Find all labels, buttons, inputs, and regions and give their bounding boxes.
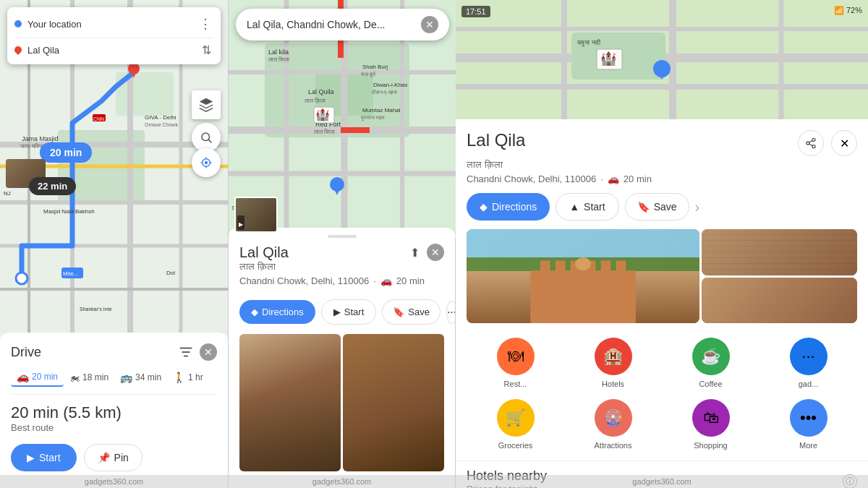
pin-button[interactable]: 📌 Pin xyxy=(84,444,142,471)
route-sub-label: Best route xyxy=(11,422,217,433)
place-name-3: Lal Qila xyxy=(467,130,525,150)
destination-dot xyxy=(14,46,22,53)
directions-button-2[interactable]: ◆ Directions xyxy=(239,300,315,324)
groceries-label: Groceries xyxy=(498,441,533,450)
svg-text:यमुना नदी: यमुना नदी xyxy=(576,39,601,47)
coffee-label: Coffee xyxy=(699,380,722,388)
svg-text:Dol: Dol xyxy=(166,270,175,276)
svg-text:Mumtaz Mahal: Mumtaz Mahal xyxy=(362,107,401,114)
start-icon-2: ▶ xyxy=(333,307,341,317)
place-name-hindi-2: लाल क़िला xyxy=(239,261,444,273)
car-icon-3: 🚗 xyxy=(608,174,619,184)
filter-icon[interactable] xyxy=(178,344,194,360)
category-more-partial[interactable]: ··· gad... xyxy=(790,338,827,388)
tab-motorcycle[interactable]: 🏍 18 min xyxy=(64,368,114,387)
tab-transit[interactable]: 🚌 34 min xyxy=(114,368,167,387)
restaurant-icon: 🍽 xyxy=(497,338,535,375)
bottom-sheet-2: Lal Qila ⬆ ✕ लाल क़िला Chandni Chowk, De… xyxy=(229,228,455,488)
category-attractions[interactable]: 🎡 Attractions xyxy=(595,399,632,450)
map-background-2: Lal kila लाल किला Lal Quila लाल क़िला Re… xyxy=(229,0,456,239)
svg-text:मुमताज महल: मुमताज महल xyxy=(360,115,385,121)
photo-bottom-right-3[interactable] xyxy=(702,278,857,324)
map-layers-button[interactable] xyxy=(192,90,221,119)
swap-icon[interactable]: ⇅ xyxy=(199,43,213,57)
share-icon[interactable]: ⬆ xyxy=(410,246,420,260)
panel-place-detail: यमुना नदी 🏰 17:51 📶 72% Lal Qila xyxy=(456,0,868,488)
category-hotels[interactable]: 🏨 Hotels xyxy=(595,338,632,388)
svg-point-79 xyxy=(812,138,815,141)
watermark-1: gadgets360.com xyxy=(0,475,228,488)
attractions-label: Attractions xyxy=(595,441,632,450)
category-more[interactable]: ••• More xyxy=(790,399,827,450)
save-button-3[interactable]: 🔖 Save xyxy=(625,193,689,221)
mini-thumbnail: ▶ xyxy=(234,197,278,233)
directions-button-3[interactable]: ◆ Directions xyxy=(467,193,550,221)
tab-drive[interactable]: 🚗 20 min xyxy=(11,368,64,387)
place-address-2: Chandni Chowk, Delhi, 110006 · 🚗 20 min xyxy=(239,275,444,286)
svg-text:लाल क़िला: लाल क़िला xyxy=(304,98,326,104)
svg-text:Jama Masjid: Jama Masjid xyxy=(22,135,59,142)
locate-me-button[interactable] xyxy=(192,148,221,177)
photo-right-2[interactable] xyxy=(343,334,444,471)
svg-point-29 xyxy=(205,161,208,165)
start-button-3[interactable]: ▲ Start xyxy=(556,193,618,221)
hotels-label: Hotels xyxy=(602,380,624,388)
close-button-3[interactable]: ✕ xyxy=(831,130,857,156)
start-button[interactable]: ▶ Start xyxy=(11,444,77,471)
walk-icon: 🚶 xyxy=(173,372,185,383)
bookmark-icon-2: 🔖 xyxy=(393,307,404,317)
start-icon-3: ▲ xyxy=(569,201,579,213)
svg-text:Mile...: Mile... xyxy=(63,270,78,277)
more-options-button-2[interactable]: ··· xyxy=(446,301,455,324)
close-drive-button[interactable]: ✕ xyxy=(200,343,217,361)
svg-rect-85 xyxy=(540,261,550,274)
drive-header: Drive ✕ xyxy=(11,343,217,361)
svg-text:Shankar's Inte: Shankar's Inte xyxy=(80,307,112,312)
svg-point-80 xyxy=(807,142,809,145)
svg-text:🏰: 🏰 xyxy=(315,108,330,121)
category-coffee[interactable]: ☕ Coffee xyxy=(692,338,730,388)
svg-text:Diwan-i-Khas: Diwan-i-Khas xyxy=(373,82,408,88)
svg-text:🏰: 🏰 xyxy=(600,51,617,67)
action-buttons: ▶ Start 📌 Pin xyxy=(11,444,217,471)
search-bar[interactable]: Your location ⋮ Lal Qila ⇅ xyxy=(7,7,221,64)
hotel-icon: 🏨 xyxy=(595,338,632,375)
tab-walk[interactable]: 🚶 1 hr xyxy=(167,368,209,387)
category-groceries[interactable]: 🛒 Groceries xyxy=(497,399,535,450)
chevron-right-icon-3[interactable]: › xyxy=(695,193,700,221)
groceries-icon: 🛒 xyxy=(497,399,535,437)
search-button[interactable] xyxy=(192,123,221,152)
svg-rect-84 xyxy=(530,270,636,323)
route-time-display: 20 min (5.5 km) xyxy=(11,403,217,422)
pin-icon: 📌 xyxy=(98,452,110,463)
transport-tabs: 🚗 20 min 🏍 18 min 🚌 34 min 🚶 1 hr xyxy=(11,368,217,395)
watermark-3: gadgets360.com xyxy=(456,475,868,488)
bus-icon: 🚌 xyxy=(120,372,132,383)
header-icons-3: ✕ xyxy=(798,130,857,156)
svg-rect-90 xyxy=(616,261,626,274)
more-options-icon[interactable]: ⋮ xyxy=(197,14,213,33)
share-button-3[interactable] xyxy=(798,130,824,156)
route-time-badge-22: 22 min xyxy=(29,177,76,195)
category-restaurants[interactable]: 🍽 Rest... xyxy=(497,338,535,388)
photo-main-3[interactable] xyxy=(467,229,699,323)
place-detail: Lal Qila ✕ लाल क़िला Chandni Chowk, Delh… xyxy=(456,119,868,184)
close-sheet-button[interactable]: ✕ xyxy=(427,244,444,261)
search-pill[interactable]: Lal Qila, Chandni Chowk, De... ✕ xyxy=(236,9,449,40)
photo-left-2[interactable] xyxy=(239,334,341,471)
start-button-2[interactable]: ▶ Start xyxy=(321,299,376,325)
save-button-2[interactable]: 🔖 Save xyxy=(382,299,441,325)
coffee-icon: ☕ xyxy=(692,338,730,375)
svg-point-81 xyxy=(812,145,815,148)
photo-top-right-3[interactable] xyxy=(702,229,857,275)
directions-icon-3: ◆ xyxy=(480,201,488,213)
status-bar: 17:51 xyxy=(461,6,490,17)
route-info: 20 min (5.5 km) Best route xyxy=(11,403,217,433)
category-shopping[interactable]: 🛍 Shopping xyxy=(692,399,730,450)
more-icon: ••• xyxy=(790,399,827,437)
drive-actions: ✕ xyxy=(178,343,217,361)
close-search-button[interactable]: ✕ xyxy=(421,16,438,33)
photos-row-3 xyxy=(456,229,868,323)
panel-navigation: Jama Masjid जामा मस्जिद Masjid Nabi Bakh… xyxy=(0,0,228,488)
map-strip-3: यमुना नदी 🏰 17:51 📶 72% xyxy=(456,0,868,119)
